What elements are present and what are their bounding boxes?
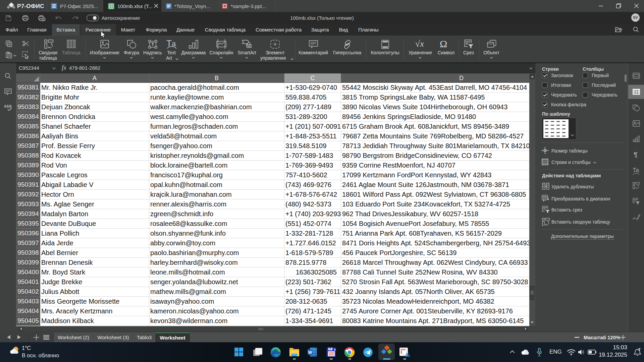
svg-text:W: W: [308, 350, 312, 355]
svg-text:E: E: [334, 348, 336, 351]
